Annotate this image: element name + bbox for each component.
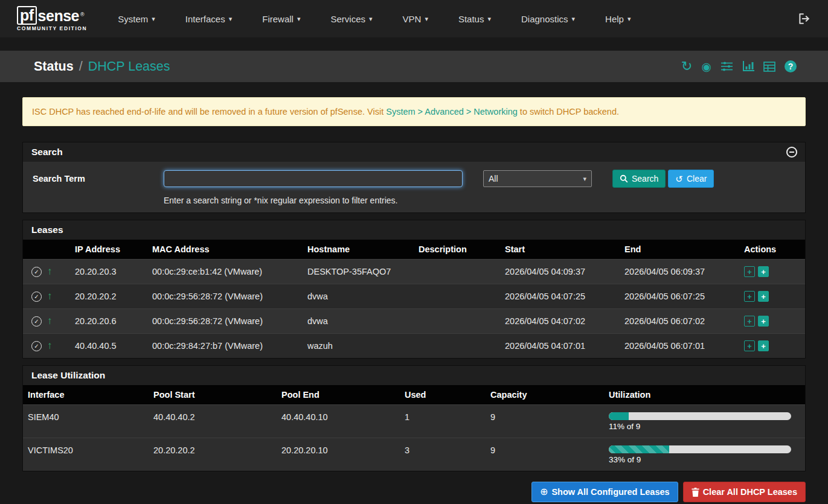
leases-header-row: IP Address MAC Address Hostname Descript… xyxy=(23,240,805,260)
online-arrow-icon: ↑ xyxy=(47,290,53,302)
select-caret-icon: ▾ xyxy=(583,175,586,183)
search-panel-heading: Search xyxy=(23,142,805,162)
add-static-mapping-button[interactable]: + xyxy=(744,266,755,277)
nav-item-system[interactable]: System▾ xyxy=(108,8,165,30)
lease-utilization-panel: Lease Utilization Interface Pool Start P… xyxy=(22,365,806,471)
filter-sliders-icon[interactable] xyxy=(720,61,733,72)
add-wol-mapping-button[interactable]: + xyxy=(758,316,769,327)
lease-start: 2026/04/05 04:09:37 xyxy=(500,260,620,284)
lease-ip: 40.40.40.5 xyxy=(70,334,147,359)
col-used: Used xyxy=(400,385,486,405)
lease-description xyxy=(414,284,500,309)
pfsense-logo[interactable]: pfsense® COMMUNITY EDITION xyxy=(17,6,87,31)
page-title: DHCP Leases xyxy=(88,59,170,74)
util-capacity: 9 xyxy=(486,405,604,438)
lease-start: 2026/04/05 04:07:25 xyxy=(500,284,620,309)
add-static-mapping-button[interactable]: + xyxy=(744,340,755,351)
add-wol-mapping-button[interactable]: + xyxy=(758,266,769,277)
main-menu: System▾ Interfaces▾ Firewall▾ Services▾ … xyxy=(108,8,797,30)
breadcrumb-section[interactable]: Status xyxy=(34,59,74,74)
lease-utilization-table: Interface Pool Start Pool End Used Capac… xyxy=(23,385,805,471)
nav-item-interfaces[interactable]: Interfaces▾ xyxy=(175,8,242,30)
add-wol-mapping-button[interactable]: + xyxy=(758,291,769,302)
logout-icon[interactable] xyxy=(797,12,811,25)
lease-start: 2026/04/05 04:07:02 xyxy=(500,309,620,334)
util-capacity: 9 xyxy=(486,438,604,471)
leases-table: IP Address MAC Address Hostname Descript… xyxy=(23,240,805,358)
banner-networking-link[interactable]: System > Advanced > Networking xyxy=(386,107,518,116)
table-row: ✓↑ 40.40.40.5 00:0c:29:84:27:b7 (VMware)… xyxy=(23,334,805,359)
page-header-bar: Status / DHCP Leases ↻ ◉ xyxy=(0,51,828,82)
clear-all-dhcp-leases-button[interactable]: Clear All DHCP Leases xyxy=(683,482,806,502)
online-arrow-icon: ↑ xyxy=(47,315,53,327)
graph-icon[interactable] xyxy=(742,61,754,72)
pfsense-logo-text: pfsense® xyxy=(17,6,87,24)
lease-ip: 20.20.20.2 xyxy=(70,284,147,309)
trash-icon xyxy=(692,488,699,497)
nav-item-services[interactable]: Services▾ xyxy=(320,8,382,30)
search-input[interactable] xyxy=(164,170,463,187)
clear-button[interactable]: ↺ Clear xyxy=(668,170,714,188)
add-static-mapping-button[interactable]: + xyxy=(744,316,755,327)
lease-end: 2026/04/05 06:09:37 xyxy=(620,260,739,284)
utilization-progress-bar xyxy=(609,445,791,453)
search-term-label: Search Term xyxy=(33,174,164,183)
add-wol-mapping-button[interactable]: + xyxy=(758,340,769,351)
col-ip: IP Address xyxy=(70,240,147,260)
col-mac: MAC Address xyxy=(147,240,303,260)
breadcrumb-separator: / xyxy=(79,59,83,74)
nav-item-firewall[interactable]: Firewall▾ xyxy=(252,8,310,30)
show-all-configured-leases-button[interactable]: ⊕ Show All Configured Leases xyxy=(531,482,678,502)
search-panel-title: Search xyxy=(31,147,63,158)
util-used: 3 xyxy=(400,438,486,471)
add-static-mapping-button[interactable]: + xyxy=(744,291,755,302)
utilization-header-row: Interface Pool Start Pool End Used Capac… xyxy=(23,385,805,405)
util-pool-end: 20.20.20.10 xyxy=(277,438,400,471)
lease-mac: 00:0c:29:56:28:72 (VMware) xyxy=(147,284,303,309)
leases-panel-heading: Leases xyxy=(23,220,805,240)
col-start: Start xyxy=(500,240,620,260)
lease-mac: 00:0c:29:84:27:b7 (VMware) xyxy=(147,334,303,359)
utilization-panel-heading: Lease Utilization xyxy=(23,366,805,385)
lease-description xyxy=(414,260,500,284)
registered-mark: ® xyxy=(80,11,84,18)
help-icon[interactable]: ? xyxy=(785,60,797,72)
header-quick-icons: ↻ ◉ xyxy=(681,60,797,73)
col-hostname: Hostname xyxy=(303,240,414,260)
refresh-icon[interactable]: ↻ xyxy=(681,60,692,73)
search-button[interactable]: Search xyxy=(612,170,666,188)
nav-item-vpn[interactable]: VPN▾ xyxy=(393,8,438,30)
caret-down-icon: ▾ xyxy=(369,15,373,23)
online-arrow-icon: ↑ xyxy=(47,266,53,277)
utilization-progress-bar xyxy=(609,412,791,420)
nav-item-status[interactable]: Status▾ xyxy=(448,8,501,30)
lease-start: 2026/04/05 04:07:01 xyxy=(500,334,620,359)
lease-description xyxy=(414,309,500,334)
col-description: Description xyxy=(414,240,500,260)
lease-mac: 00:0c:29:56:28:72 (VMware) xyxy=(147,309,303,334)
table-row: SIEM40 40.40.40.2 40.40.40.10 1 9 11% of… xyxy=(23,405,805,438)
lease-end: 2026/04/05 06:07:01 xyxy=(620,334,739,359)
table-view-icon[interactable] xyxy=(763,62,775,72)
table-row: ✓↑ 20.20.20.6 00:0c:29:56:28:72 (VMware)… xyxy=(23,309,805,334)
lease-description xyxy=(414,334,500,359)
search-filter-select[interactable]: All ▾ xyxy=(483,170,592,187)
caret-down-icon: ▾ xyxy=(152,15,155,23)
circle-plus-icon: ⊕ xyxy=(540,487,548,497)
col-pool-end: Pool End xyxy=(277,385,400,405)
caret-down-icon: ▾ xyxy=(627,15,631,23)
util-interface: VICTIMS20 xyxy=(23,438,149,471)
lease-end: 2026/04/05 06:07:25 xyxy=(620,284,739,309)
community-edition-label: COMMUNITY EDITION xyxy=(17,25,87,31)
lease-end: 2026/04/05 06:07:02 xyxy=(620,309,739,334)
lease-ip: 20.20.20.3 xyxy=(70,260,147,284)
utilization-panel-title: Lease Utilization xyxy=(31,370,105,381)
table-row: VICTIMS20 20.20.20.2 20.20.20.10 3 9 33%… xyxy=(23,438,805,471)
caret-down-icon: ▾ xyxy=(297,15,301,23)
dhcp-eol-warning-banner: ISC DHCP has reached end-of-life and wil… xyxy=(22,97,806,126)
nav-item-diagnostics[interactable]: Diagnostics▾ xyxy=(511,8,585,30)
lease-active-icon: ✓ xyxy=(31,292,42,302)
record-icon[interactable]: ◉ xyxy=(701,61,711,72)
nav-item-help[interactable]: Help▾ xyxy=(595,8,641,30)
collapse-panel-icon[interactable] xyxy=(786,147,797,158)
